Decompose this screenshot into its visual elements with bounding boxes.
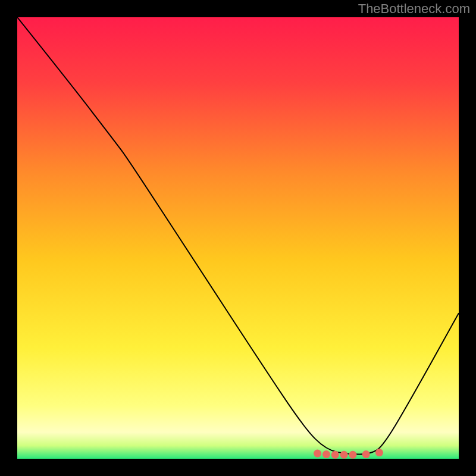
- marker-dot: [331, 451, 339, 459]
- marker-dot: [340, 451, 348, 459]
- marker-dot: [314, 450, 321, 458]
- marker-dot: [375, 449, 383, 456]
- watermark-text: TheBottleneck.com: [358, 1, 470, 17]
- chart-container: TheBottleneck.com: [0, 0, 476, 476]
- gradient-background: [17, 17, 459, 459]
- marker-dot: [362, 450, 370, 458]
- marker-dot: [349, 451, 356, 459]
- marker-dot: [322, 450, 330, 458]
- chart-svg: [17, 17, 459, 459]
- plot-area: [17, 17, 459, 459]
